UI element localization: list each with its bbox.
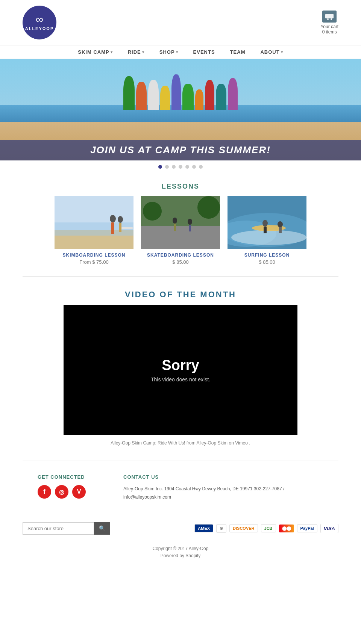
header: ∞ ALLEYOOP Your cart 0 items — [0, 0, 361, 45]
svg-rect-12 — [141, 226, 220, 249]
lesson-price-surfing: $ 85.00 — [228, 259, 306, 265]
video-caption-channel[interactable]: Alley-Oop Skim — [196, 440, 228, 446]
payment-diners: ⊝ — [216, 524, 226, 533]
cart-items-count: 0 items — [322, 29, 337, 35]
lesson-img-skateboarding — [141, 196, 220, 249]
hero-cta-text: JOIN US AT CAMP THIS SUMMER! — [5, 144, 356, 156]
footer-powered-by: Powered by Shopify — [0, 553, 361, 566]
carousel-dot-1[interactable] — [165, 165, 169, 169]
svg-point-1 — [327, 18, 329, 20]
nav-team-label: TEAM — [230, 49, 246, 55]
footer-col-social: GET CONNECTED f ◎ V — [38, 474, 86, 501]
nav-ride[interactable]: RIDE ▾ — [128, 49, 144, 55]
facebook-icon[interactable]: f — [38, 485, 51, 499]
nav-skim-camp[interactable]: SKIM CAMP ▾ — [78, 49, 112, 55]
person-2 — [136, 82, 147, 110]
svg-rect-9 — [119, 223, 121, 232]
cart-area[interactable]: Your cart 0 items — [320, 11, 338, 35]
search-button[interactable]: 🔍 — [94, 522, 110, 535]
video-caption-text: Alley-Oop Skim Camp: Ride With Us! — [111, 440, 185, 446]
footer-top: GET CONNECTED f ◎ V CONTACT US Alley-Oop… — [0, 461, 361, 514]
svg-rect-0 — [325, 14, 334, 18]
payment-icons: AMEX ⊝ DISCOVER JCB ⬤⬤ PayPal VISA — [194, 524, 338, 533]
svg-point-6 — [110, 215, 116, 222]
lesson-scene-surfing — [228, 196, 306, 249]
svg-rect-10 — [121, 227, 133, 229]
person-9 — [216, 84, 226, 110]
lesson-name-surfing: SURFING LESSON — [228, 252, 306, 258]
lesson-card-skateboarding[interactable]: SKATEBOARDING LESSON $ 85.00 — [141, 196, 220, 265]
svg-point-22 — [231, 230, 306, 245]
payment-discover: DISCOVER — [229, 524, 258, 532]
nav-ride-arrow: ▾ — [142, 50, 144, 54]
lesson-scene-skimboarding — [55, 196, 133, 249]
video-section: VIDEO OF THE MONTH Sorry This video does… — [0, 277, 361, 461]
cart-icon-box — [322, 11, 337, 23]
svg-rect-16 — [174, 224, 176, 231]
person-5 — [171, 74, 181, 110]
svg-point-13 — [143, 202, 162, 221]
video-caption-period: . — [249, 440, 250, 446]
footer-copyright: Copyright © 2017 Alley-Oop — [0, 542, 361, 553]
lesson-price-skateboarding: $ 85.00 — [141, 259, 220, 265]
svg-point-26 — [278, 221, 283, 227]
person-8 — [205, 80, 214, 110]
carousel-dot-0[interactable] — [158, 165, 162, 169]
nav-about-arrow: ▾ — [281, 50, 283, 54]
search-area: 🔍 — [23, 522, 110, 535]
hero-banner: JOIN US AT CAMP THIS SUMMER! — [0, 59, 361, 160]
video-caption-platform[interactable]: Vimeo — [235, 440, 248, 446]
svg-point-2 — [331, 18, 332, 20]
lesson-name-skateboarding: SKATEBOARDING LESSON — [141, 252, 220, 258]
lessons-title: LESSONS — [0, 173, 361, 196]
video-section-title: VIDEO OF THE MONTH — [0, 277, 361, 305]
svg-point-15 — [173, 218, 177, 224]
person-7 — [195, 89, 203, 110]
lesson-name-skimboarding: SKIMBOARDING LESSON — [55, 252, 133, 258]
video-caption: Alley-Oop Skim Camp: Ride With Us! from … — [0, 440, 361, 461]
svg-point-17 — [188, 219, 192, 225]
lesson-card-surfing[interactable]: SURFING LESSON $ 85.00 — [228, 196, 306, 265]
lesson-scene-skateboarding — [141, 196, 220, 249]
svg-point-8 — [118, 216, 123, 223]
nav-about-label: ABOUT — [260, 49, 279, 55]
contact-address: Alley-Oop Skim Inc. 1904 Coastal Hwy Dew… — [123, 485, 323, 501]
video-container: Sorry This video does not exist. — [64, 305, 297, 435]
svg-rect-25 — [264, 227, 267, 233]
person-4 — [160, 86, 170, 110]
svg-rect-5 — [55, 222, 133, 236]
logo-brand-text: ALLEYOOP — [25, 26, 54, 31]
video-caption-on: on — [229, 440, 235, 446]
svg-rect-7 — [111, 222, 114, 234]
nav-skim-camp-arrow: ▾ — [111, 50, 113, 54]
carousel-dot-6[interactable] — [199, 165, 203, 169]
nav-ride-label: RIDE — [128, 49, 141, 55]
svg-rect-27 — [279, 227, 282, 233]
video-error-text: This video does not exist. — [151, 376, 210, 382]
logo[interactable]: ∞ ALLEYOOP — [23, 6, 56, 39]
logo-infinity-symbol: ∞ — [36, 14, 43, 25]
search-input[interactable] — [23, 522, 94, 535]
carousel-dot-5[interactable] — [192, 165, 196, 169]
main-nav: SKIM CAMP ▾ RIDE ▾ SHOP ▾ EVENTS TEAM AB… — [0, 45, 361, 59]
hero-crowd — [123, 74, 238, 110]
nav-events[interactable]: EVENTS — [193, 49, 215, 55]
lessons-grid: SKIMBOARDING LESSON From $ 75.00 SK — [0, 196, 361, 276]
carousel-dots — [0, 160, 361, 173]
lesson-img-surfing — [228, 196, 306, 249]
nav-team[interactable]: TEAM — [230, 49, 246, 55]
footer-bottom: 🔍 AMEX ⊝ DISCOVER JCB ⬤⬤ PayPal VISA — [0, 514, 361, 542]
lesson-card-skimboarding[interactable]: SKIMBOARDING LESSON From $ 75.00 — [55, 196, 133, 265]
carousel-dot-3[interactable] — [179, 165, 182, 169]
person-10 — [228, 78, 238, 110]
nav-shop-arrow: ▾ — [176, 50, 178, 54]
carousel-dot-2[interactable] — [172, 165, 176, 169]
svg-point-14 — [197, 196, 220, 219]
nav-shop-label: SHOP — [159, 49, 175, 55]
vimeo-icon[interactable]: V — [72, 485, 86, 499]
svg-point-24 — [262, 220, 268, 227]
instagram-icon[interactable]: ◎ — [55, 485, 68, 499]
nav-about[interactable]: ABOUT ▾ — [260, 49, 283, 55]
carousel-dot-4[interactable] — [185, 165, 189, 169]
nav-shop[interactable]: SHOP ▾ — [159, 49, 178, 55]
